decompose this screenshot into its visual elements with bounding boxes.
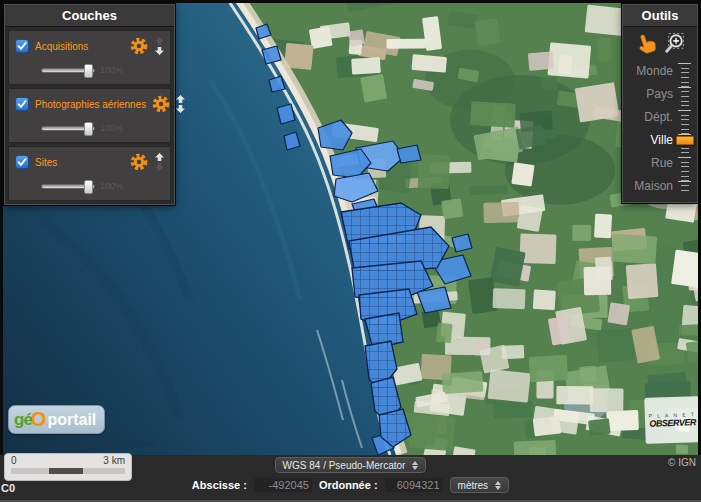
layer-item-acquisitions: Acquisitions 100%: [8, 30, 171, 85]
move-layer-up-icon[interactable]: [155, 153, 164, 161]
scale-segment: [49, 468, 83, 474]
gear-icon[interactable]: [130, 153, 148, 171]
layer-checkbox[interactable]: [15, 97, 29, 111]
zoom-rectangle-magnifier-icon[interactable]: [664, 33, 685, 54]
geoportail-logo[interactable]: géOportail: [8, 405, 105, 434]
zoom-slider-ruler[interactable]: [681, 63, 689, 195]
ordonnee-value[interactable]: 6094321: [385, 478, 443, 492]
gear-icon[interactable]: [152, 95, 170, 113]
opacity-value: 100%: [100, 181, 123, 191]
opacity-slider-thumb[interactable]: [84, 180, 93, 194]
opacity-value: 100%: [100, 65, 123, 75]
opacity-value: 100%: [100, 123, 123, 133]
abscisse-value[interactable]: -492045: [254, 478, 312, 492]
clipped-status-text: C0: [1, 482, 15, 494]
units-value: mètres: [458, 480, 489, 491]
opacity-slider[interactable]: [41, 184, 95, 189]
ordonnee-label: Ordonnée :: [319, 479, 378, 491]
layer-checkbox[interactable]: [15, 155, 29, 169]
opacity-slider-thumb[interactable]: [84, 122, 93, 136]
gear-icon[interactable]: [130, 37, 148, 55]
layer-item-sites: Sites 100%: [8, 146, 171, 201]
zoom-level-widget: Monde Pays Dépt. Ville Rue Maison: [623, 60, 697, 198]
ign-copyright: © IGN: [668, 457, 696, 468]
scale-track: [11, 468, 125, 474]
tools-panel: Outils Monde Pays Dépt. Ville Rue: [622, 4, 698, 203]
conditions-link[interactable]: Conditions générales d'utilisation: [9, 438, 155, 449]
opacity-slider-thumb[interactable]: [84, 64, 93, 78]
check-icon: [17, 99, 27, 109]
logo-text-ge: gé: [14, 410, 32, 430]
zoom-slider-handle[interactable]: [676, 136, 694, 145]
move-layer-up-icon[interactable]: [155, 37, 164, 45]
opacity-slider[interactable]: [41, 126, 95, 131]
scale-start: 0: [11, 455, 17, 466]
projection-select[interactable]: WGS 84 / Pseudo-Mercator: [275, 457, 427, 473]
tools-panel-title: Outils: [623, 5, 697, 27]
layers-panel-title: Couches: [5, 5, 174, 27]
units-select[interactable]: mètres: [450, 477, 510, 493]
layer-label[interactable]: Photographies aériennes: [35, 99, 146, 110]
projection-value: WGS 84 / Pseudo-Mercator: [283, 460, 406, 471]
select-stepper-icon: [495, 481, 501, 490]
move-layer-down-icon[interactable]: [155, 163, 164, 171]
abscisse-label: Abscisse :: [192, 479, 247, 491]
pan-hand-icon[interactable]: [635, 33, 657, 54]
layer-checkbox[interactable]: [15, 39, 29, 53]
logo-text-portail: portail: [47, 411, 96, 429]
planet-observer-watermark: P L A N E T OBSERVER: [644, 396, 698, 444]
check-icon: [17, 41, 27, 51]
watermark-observer: OBSERVER: [649, 417, 696, 429]
logo-text-o: O: [31, 408, 47, 431]
geoportail-window: géOportail Conditions générales d'utilis…: [0, 0, 701, 502]
layer-item-photographies: Photographies aériennes 100%: [8, 88, 171, 143]
layers-panel: Couches Acquisitions: [4, 4, 175, 205]
move-layer-up-icon[interactable]: [176, 95, 185, 103]
scale-end: 3 km: [103, 455, 125, 466]
select-stepper-icon: [412, 461, 418, 470]
move-layer-down-icon[interactable]: [155, 47, 164, 55]
layer-label[interactable]: Sites: [35, 157, 57, 168]
layer-label[interactable]: Acquisitions: [35, 41, 88, 52]
scale-bar: 0 3 km: [4, 453, 132, 481]
move-layer-down-icon[interactable]: [176, 105, 185, 113]
opacity-slider[interactable]: [41, 68, 95, 73]
check-icon: [17, 157, 27, 167]
